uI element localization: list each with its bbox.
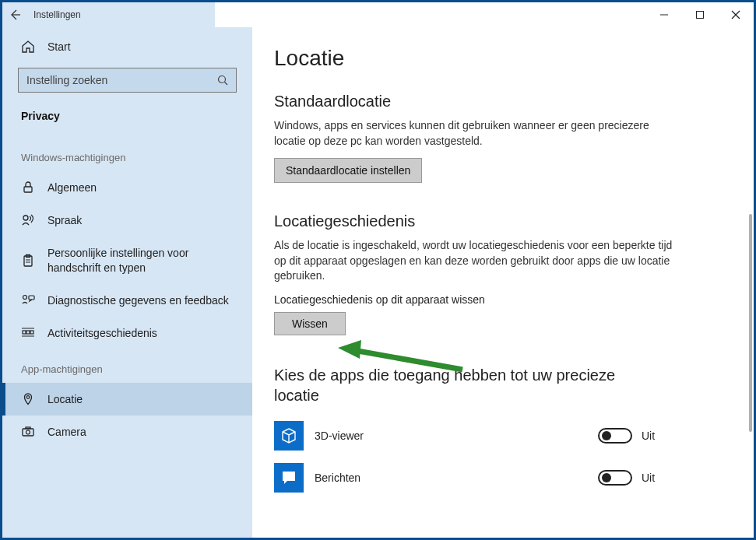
set-default-location-button[interactable]: Standaardlocatie instellen — [274, 158, 422, 183]
app-row: 3D-viewer Uit — [274, 415, 723, 457]
sidebar-item-handschrift[interactable]: Persoonlijke instellingen voor handschri… — [2, 237, 252, 283]
section-location-history: Locatiegeschiedenis Als de locatie is in… — [274, 212, 723, 335]
sidebar-item-algemeen[interactable]: Algemeen — [2, 171, 252, 204]
clipboard-icon — [21, 254, 35, 268]
svg-rect-13 — [29, 296, 34, 300]
sidebar-item-camera[interactable]: Camera — [2, 416, 252, 448]
section-heading: Locatiegeschiedenis — [274, 212, 723, 230]
close-icon — [731, 10, 740, 19]
app-toggle[interactable] — [598, 470, 632, 486]
svg-rect-1 — [697, 12, 704, 19]
location-icon — [21, 392, 35, 406]
app-name: 3D-viewer — [315, 430, 598, 442]
sidebar-item-label: Activiteitsgeschiedenis — [47, 326, 157, 340]
back-button[interactable] — [2, 2, 27, 27]
app-name: Berichten — [315, 472, 598, 484]
window-title: Instellingen — [33, 9, 81, 20]
svg-rect-6 — [24, 187, 32, 192]
sidebar: Start Privacy Windows-machtigingen Algem… — [2, 27, 252, 538]
sidebar-item-label: Algemeen — [47, 181, 97, 195]
toggle-state: Uit — [642, 472, 655, 484]
scrollbar-thumb[interactable] — [749, 214, 752, 432]
svg-rect-16 — [30, 331, 33, 334]
search-input-wrap[interactable] — [18, 68, 237, 93]
search-icon — [217, 75, 228, 86]
section-default-location: Standaardlocatie Windows, apps en servic… — [274, 93, 723, 183]
category-label: Privacy — [2, 103, 252, 138]
toggle-state: Uit — [642, 430, 655, 442]
sidebar-item-spraak[interactable]: Spraak — [2, 204, 252, 237]
maximize-icon — [695, 10, 705, 19]
close-button[interactable] — [718, 2, 754, 27]
search-input[interactable] — [26, 74, 217, 86]
cube-icon — [280, 426, 298, 445]
app-row: Berichten Uit — [274, 457, 723, 499]
main-panel: Locatie Standaardlocatie Windows, apps e… — [252, 27, 754, 538]
section-desc: Windows, apps en services kunnen dit geb… — [274, 118, 679, 149]
clear-history-button[interactable]: Wissen — [274, 312, 346, 335]
svg-line-5 — [225, 82, 228, 86]
sidebar-item-label: Locatie — [47, 392, 83, 406]
arrow-left-icon — [9, 9, 21, 21]
svg-rect-14 — [23, 331, 26, 334]
home-link[interactable]: Start — [2, 32, 252, 61]
app-icon-berichten — [274, 463, 304, 493]
svg-rect-15 — [26, 331, 30, 334]
svg-point-7 — [23, 216, 28, 220]
maximize-button[interactable] — [682, 2, 718, 27]
clear-history-label: Locatiegeschiedenis op dit apparaat wiss… — [274, 293, 723, 306]
svg-point-12 — [23, 295, 27, 299]
svg-marker-24 — [338, 340, 361, 359]
svg-point-4 — [219, 76, 226, 83]
app-toggle[interactable] — [598, 428, 632, 444]
sidebar-item-label: Diagnostische gegevens en feedback — [47, 293, 229, 307]
sidebar-item-diagnost[interactable]: Diagnostische gegevens en feedback — [2, 284, 252, 317]
svg-point-19 — [26, 396, 30, 399]
svg-rect-22 — [26, 427, 30, 429]
app-icon-3dviewer — [274, 421, 304, 451]
section-heading: Standaardlocatie — [274, 93, 723, 110]
minimize-icon — [659, 10, 669, 19]
section-desc: Als de locatie is ingeschakeld, wordt uw… — [274, 238, 679, 284]
home-icon — [21, 40, 35, 54]
section-heading: Kies de apps die toegang hebben tot uw p… — [274, 365, 648, 405]
sidebar-item-label: Camera — [47, 425, 86, 439]
camera-icon — [21, 425, 35, 439]
section-apps: Kies de apps die toegang hebben tot uw p… — [274, 365, 723, 499]
history-icon — [21, 326, 35, 340]
sidebar-item-label: Spraak — [47, 213, 82, 227]
home-label: Start — [47, 40, 71, 53]
sidebar-item-label: Persoonlijke instellingen voor handschri… — [47, 246, 237, 274]
lock-icon — [21, 181, 35, 195]
speech-icon — [21, 213, 35, 227]
sidebar-item-locatie[interactable]: Locatie — [2, 383, 252, 416]
scrollbar[interactable] — [749, 74, 752, 530]
chat-icon — [280, 468, 298, 487]
page-title: Locatie — [274, 46, 723, 71]
titlebar: Instellingen — [2, 2, 754, 27]
group-header-app: App-machtigingen — [2, 349, 252, 383]
feedback-icon — [21, 293, 35, 307]
sidebar-item-activiteit[interactable]: Activiteitsgeschiedenis — [2, 317, 252, 349]
svg-rect-20 — [23, 429, 33, 436]
svg-point-21 — [26, 430, 30, 434]
minimize-button[interactable] — [646, 2, 682, 27]
group-header-windows: Windows-machtigingen — [2, 138, 252, 171]
